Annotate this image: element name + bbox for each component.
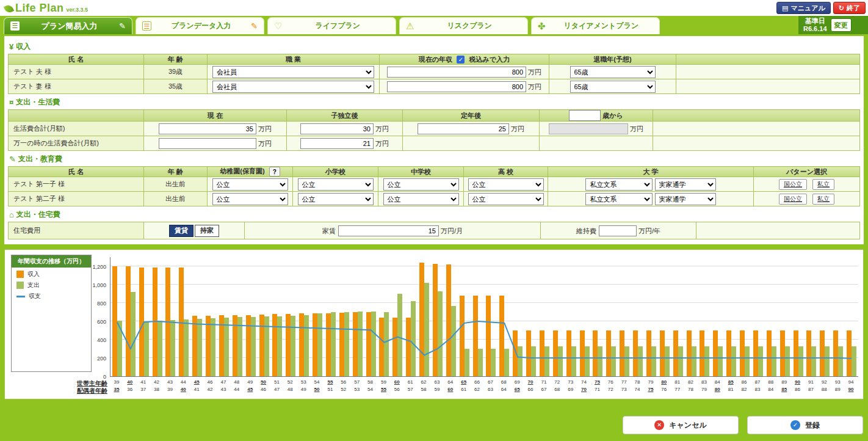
exit-button-label: 終了 (847, 4, 860, 13)
col-header-name: 氏 名 (9, 167, 144, 177)
legend-label: 収支 (29, 292, 41, 301)
x-tick-label: 46 (203, 379, 217, 385)
col-header-empty (9, 110, 144, 122)
tab-bar: ☰ プラン簡易入力 ✎ ☰ プランデータ入力 ✎ ♡ ライフプラン ⚠ リスクプ… (0, 16, 868, 34)
x-tick-label: 44 (230, 387, 244, 392)
junior-select[interactable]: 公立 (383, 178, 459, 191)
kindergarten-select[interactable]: 公立 (212, 193, 288, 205)
university-type-select[interactable]: 私立文系 (585, 178, 653, 191)
tab-risk-plan[interactable]: ⚠ リスクプラン (399, 17, 528, 34)
tax-included-checkbox[interactable]: ✓ (457, 56, 465, 64)
x-tick-label: 41 (190, 387, 203, 392)
elementary-select[interactable]: 公立 (298, 193, 374, 205)
x-tick-label: 39 (164, 387, 177, 392)
x-tick-label: 50 (257, 379, 270, 385)
living-after-children-input[interactable] (300, 123, 374, 134)
app-title: Life Plan (15, 2, 64, 15)
living-current-input[interactable] (159, 123, 256, 134)
retire-age-select[interactable]: 65歳 (570, 81, 656, 93)
pattern-private-button[interactable]: 私立 (812, 194, 834, 205)
emergency-after-children-input[interactable] (300, 138, 374, 149)
x-tick-label: 68 (551, 387, 564, 392)
col-header-job: 職 業 (208, 54, 380, 65)
base-date-label: 基準日 (803, 17, 827, 25)
maintenance-label: 維持費 (576, 227, 596, 235)
unit-label: 万円 (528, 83, 541, 90)
register-button[interactable]: ✓ 登録 (747, 416, 863, 434)
tab-label: ライフプラン (286, 21, 389, 31)
child-name: テスト 第二子 様 (9, 192, 144, 206)
exit-button[interactable]: ↻ 終了 (833, 2, 866, 14)
x-tick-label: 71 (591, 387, 604, 392)
cancel-button[interactable]: ✕ キャンセル (623, 416, 739, 434)
maintenance-input[interactable] (599, 225, 637, 236)
junior-select[interactable]: 公立 (383, 193, 459, 205)
x-tick-label: 90 (844, 387, 858, 392)
x-tick-label: 38 (150, 387, 164, 392)
tab-retirement-plan[interactable]: ✤ リタイアメントプラン (531, 17, 660, 34)
tab-label: リタイアメントプラン (549, 21, 653, 31)
tab-plan-simple-input[interactable]: ☰ プラン簡易入力 ✎ (4, 17, 132, 34)
unit-label: 万円 (258, 125, 272, 133)
x-tick-label: 36 (123, 387, 137, 392)
elementary-select[interactable]: 公立 (298, 178, 374, 191)
emergency-current-input[interactable] (159, 138, 256, 149)
x-tick-label: 65 (457, 379, 471, 385)
col-header-kindergarten: 幼稚園(保育園) ? (208, 167, 293, 177)
manual-button[interactable]: ▤ マニュアル (776, 2, 831, 14)
own-toggle-button[interactable]: 持家 (195, 225, 219, 237)
salary-input[interactable] (387, 67, 526, 78)
high-school-select[interactable]: 公立 (468, 178, 544, 191)
child-age: 出生前 (144, 177, 208, 192)
x-tick-label: 89 (831, 387, 844, 392)
job-select[interactable]: 会社員 (212, 81, 374, 93)
x-tick-label: 43 (164, 379, 177, 385)
x-tick-label: 78 (684, 387, 698, 392)
kindergarten-select[interactable]: 公立 (212, 178, 288, 191)
pattern-national-button[interactable]: 国公立 (779, 179, 807, 190)
pattern-national-button[interactable]: 国公立 (779, 194, 807, 205)
person-name: テスト 妻 様 (9, 79, 144, 94)
section-title-text: 収入 (16, 42, 31, 52)
living-table: 現 在 子独立後 定年後 歳から 生活費合計(月額) 万円 万円 万円 万円 万… (8, 109, 860, 151)
cancel-icon: ✕ (654, 420, 664, 430)
job-select[interactable]: 会社員 (212, 66, 374, 78)
tab-life-plan[interactable]: ♡ ライフプラン (267, 17, 396, 34)
x-tick-label: 37 (137, 387, 150, 392)
x-tick-label: 74 (631, 387, 644, 392)
balance-line (110, 257, 858, 376)
document-icon: ☰ (10, 21, 20, 31)
university-commute-select[interactable]: 実家通学 (655, 178, 716, 191)
rent-toggle-button[interactable]: 賃貸 (169, 225, 193, 237)
register-button-label: 登録 (805, 420, 820, 431)
help-button[interactable]: ? (269, 167, 280, 177)
x-tick-label: 41 (137, 379, 150, 385)
from-age-input[interactable] (569, 110, 601, 121)
retire-age-select[interactable]: 65歳 (570, 66, 656, 78)
x-tick-label: 40 (176, 387, 190, 392)
pattern-private-button[interactable]: 私立 (812, 179, 834, 190)
housing-section-title: ⌂ 支出・住宅費 (9, 210, 860, 220)
edit-pencil-icon: ✎ (119, 21, 126, 31)
x-tick-label: 48 (283, 387, 297, 392)
high-school-select[interactable]: 公立 (468, 193, 544, 205)
housing-row: 住宅費用 賃貸持家 家賃万円/月 維持費万円/年 (9, 222, 860, 239)
living-after-retire-input[interactable] (418, 123, 509, 134)
edit-pencil-icon: ✎ (251, 21, 258, 31)
cart-icon: ¤ (9, 98, 13, 107)
x-tick-label: 86 (791, 387, 805, 392)
university-commute-select[interactable]: 実家通学 (655, 193, 716, 205)
col-header-empty (676, 54, 860, 65)
change-base-date-button[interactable]: 変更 (831, 18, 852, 32)
education-icon: ✎ (9, 155, 16, 164)
rent-input[interactable] (338, 225, 439, 236)
university-type-select[interactable]: 私立文系 (585, 193, 653, 205)
x-tick-label: 87 (805, 387, 818, 392)
person-age: 39歳 (144, 65, 208, 79)
tab-plan-data-input[interactable]: ☰ プランデータ入力 ✎ (136, 17, 264, 34)
housing-table: 住宅費用 賃貸持家 家賃万円/月 維持費万円/年 (8, 222, 860, 239)
top-bar: Life Plan ver.3.3.5 ▤ マニュアル ↻ 終了 (0, 0, 868, 16)
x-tick-label: 53 (350, 387, 364, 392)
x-tick-label: 63 (430, 379, 444, 385)
salary-input[interactable] (387, 81, 526, 92)
